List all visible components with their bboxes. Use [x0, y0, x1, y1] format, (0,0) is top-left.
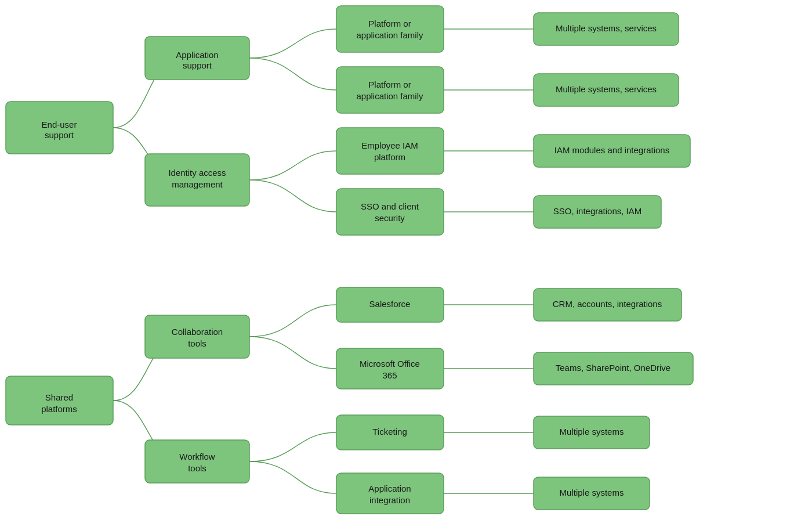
svg-text:Identity access: Identity access	[168, 168, 226, 178]
svg-rect-40	[336, 348, 444, 389]
svg-text:platforms: platforms	[41, 404, 77, 414]
node-application-support: Application support	[145, 37, 249, 80]
svg-text:tools: tools	[188, 338, 206, 348]
svg-text:Multiple systems, services: Multiple systems, services	[556, 23, 657, 33]
node-sso-integrations-iam: SSO, integrations, IAM	[534, 196, 661, 228]
svg-text:management: management	[172, 179, 223, 189]
svg-rect-32	[145, 315, 249, 358]
svg-text:Employee IAM: Employee IAM	[361, 140, 418, 150]
svg-text:Application: Application	[368, 484, 411, 493]
svg-text:Ticketing: Ticketing	[372, 427, 407, 437]
node-end-user-support: End-user support	[6, 102, 113, 154]
node-multiple-systems-1: Multiple systems, services	[534, 13, 679, 45]
svg-text:365: 365	[382, 370, 397, 380]
svg-text:platform: platform	[374, 152, 405, 162]
svg-text:SSO, integrations, IAM: SSO, integrations, IAM	[553, 206, 642, 216]
svg-text:Workflow: Workflow	[179, 452, 215, 461]
svg-text:Platform or: Platform or	[368, 80, 411, 89]
svg-text:support: support	[45, 130, 74, 140]
svg-text:Multiple systems, services: Multiple systems, services	[556, 84, 657, 94]
node-ticketing: Ticketing	[336, 415, 444, 450]
svg-text:support: support	[183, 60, 212, 70]
svg-text:Shared: Shared	[45, 392, 73, 402]
svg-text:security: security	[375, 213, 405, 223]
node-application-integration: Application integration	[336, 473, 444, 514]
svg-rect-12	[336, 67, 444, 113]
svg-rect-15	[336, 128, 444, 174]
svg-text:application family: application family	[356, 30, 423, 40]
node-workflow-tools: Workflow tools	[145, 440, 249, 483]
node-platform-family-1: Platform or application family	[336, 6, 444, 52]
svg-rect-18	[336, 189, 444, 235]
svg-text:Multiple systems: Multiple systems	[560, 488, 624, 497]
org-tree-diagram: End-user support Application support Ide…	[0, 0, 812, 523]
connector-iam-eiam	[249, 151, 336, 180]
node-sso-client-security: SSO and client security	[336, 189, 444, 235]
node-crm-accounts-integrations: CRM, accounts, integrations	[534, 288, 682, 321]
node-microsoft-office-365: Microsoft Office 365	[336, 348, 444, 389]
connector-iam-sso	[249, 180, 336, 212]
svg-text:Microsoft Office: Microsoft Office	[360, 359, 420, 369]
connector-appsupport-pf1	[249, 29, 336, 58]
svg-text:Application: Application	[176, 50, 218, 60]
node-iam-modules: IAM modules and integrations	[534, 135, 690, 167]
svg-text:Teams, SharePoint, OneDrive: Teams, SharePoint, OneDrive	[556, 363, 670, 373]
svg-text:CRM, accounts, integrations: CRM, accounts, integrations	[553, 299, 662, 309]
connector-appsupport-pf2	[249, 58, 336, 90]
svg-rect-35	[145, 440, 249, 483]
svg-text:Platform or: Platform or	[368, 19, 411, 28]
node-multiple-systems-2: Multiple systems, services	[534, 74, 679, 106]
node-shared-platforms: Shared platforms	[6, 376, 113, 425]
node-multiple-systems-3: Multiple systems	[534, 416, 650, 449]
node-multiple-systems-4: Multiple systems	[534, 477, 650, 510]
svg-text:Salesforce: Salesforce	[369, 299, 411, 309]
connector-wt-tick	[249, 432, 336, 461]
svg-text:application family: application family	[356, 91, 423, 101]
svg-text:Collaboration: Collaboration	[172, 327, 223, 337]
node-salesforce: Salesforce	[336, 287, 444, 322]
connector-ct-ms	[249, 337, 336, 369]
svg-rect-9	[336, 6, 444, 52]
svg-rect-45	[336, 473, 444, 514]
svg-text:tools: tools	[188, 463, 206, 473]
svg-text:integration: integration	[369, 495, 410, 505]
svg-text:IAM modules and integrations: IAM modules and integrations	[554, 145, 669, 155]
node-identity-access-management: Identity access management	[145, 154, 249, 206]
node-collaboration-tools: Collaboration tools	[145, 315, 249, 358]
node-employee-iam: Employee IAM platform	[336, 128, 444, 174]
node-platform-family-2: Platform or application family	[336, 67, 444, 113]
svg-text:End-user: End-user	[42, 120, 77, 129]
connector-ct-sf	[249, 305, 336, 337]
connector-wt-appint	[249, 461, 336, 493]
svg-text:Multiple systems: Multiple systems	[560, 427, 624, 437]
svg-text:SSO and client: SSO and client	[361, 201, 419, 211]
node-teams-sharepoint-onedrive: Teams, SharePoint, OneDrive	[534, 352, 693, 385]
